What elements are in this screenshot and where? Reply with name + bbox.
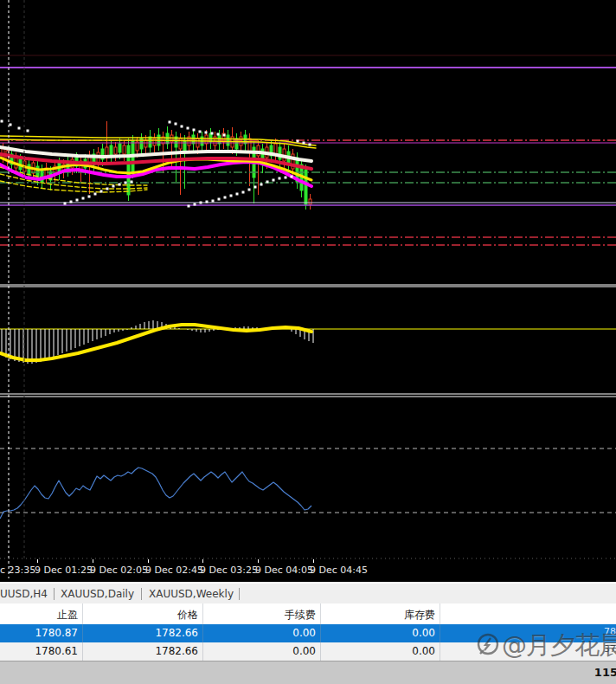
rsi-line xyxy=(0,468,311,519)
time-axis-tick xyxy=(258,559,259,563)
time-axis-tick xyxy=(313,559,314,563)
sar-dot xyxy=(1,120,3,123)
candle-body xyxy=(149,137,151,147)
sar-dot xyxy=(248,189,251,191)
sar-dot xyxy=(230,195,233,197)
column-header-price[interactable]: 价格 xyxy=(82,608,202,623)
cell-swap: 0.00 xyxy=(320,645,440,657)
candle-body xyxy=(183,140,186,151)
sar-dot xyxy=(266,181,269,184)
time-axis-tick xyxy=(37,559,38,563)
tab-separator xyxy=(239,588,240,600)
status-number: 115 xyxy=(594,666,616,679)
sar-dot xyxy=(218,198,221,201)
sar-dot xyxy=(260,184,263,186)
sar-dot xyxy=(70,201,73,203)
sar-dot xyxy=(175,123,177,126)
sar-dot xyxy=(212,200,215,203)
tab-xauusd-weekly[interactable]: XAUUSD,Weekly xyxy=(149,588,234,600)
candle-body xyxy=(153,139,156,145)
sar-dot xyxy=(18,127,21,130)
sar-dot xyxy=(10,124,12,126)
time-axis: c 23:35 9 Dec 01:25 9 Dec 02:05 9 Dec 02… xyxy=(0,559,616,582)
sar-dot xyxy=(297,140,299,143)
sar-dot xyxy=(88,196,91,198)
time-label: 9 Dec 03:25 xyxy=(200,565,258,576)
candle-body xyxy=(123,145,125,154)
sar-dot xyxy=(273,179,275,182)
cell-swap: 0.00 xyxy=(320,627,440,639)
sar-dot xyxy=(193,129,196,132)
sar-dot xyxy=(199,131,202,133)
sar-dot xyxy=(27,130,29,132)
sar-dot xyxy=(131,181,133,184)
sar-dot xyxy=(125,182,127,184)
sar-dot xyxy=(224,197,227,199)
candle-body xyxy=(309,199,311,204)
cell-take-profit: 1780.61 xyxy=(0,645,82,657)
trading-terminal-window: c 23:35 9 Dec 01:25 9 Dec 02:05 9 Dec 02… xyxy=(0,0,616,684)
sar-dot xyxy=(254,186,257,189)
time-label: c 23:35 xyxy=(0,565,35,576)
candle-body xyxy=(166,133,169,144)
tab-separator xyxy=(141,588,142,600)
time-axis-tick xyxy=(148,559,149,563)
candle-body xyxy=(144,140,147,147)
cell-commission: 0.00 xyxy=(202,627,320,639)
sar-dot xyxy=(106,188,109,190)
sar-dot xyxy=(119,184,121,186)
candle-body xyxy=(305,170,307,204)
sar-dot xyxy=(303,142,305,145)
sar-dot xyxy=(187,127,189,130)
column-separator xyxy=(440,603,440,661)
sar-dot xyxy=(181,126,183,128)
candle-body xyxy=(127,145,130,195)
time-axis-tick xyxy=(93,559,93,563)
tab-xauusd-daily[interactable]: XAUUSD,Daily xyxy=(61,588,134,600)
watermark-text: @月夕花晨 xyxy=(502,628,616,662)
orders-table-header: 止盈 价格 手续费 库存费 xyxy=(0,603,616,624)
column-header-take-profit[interactable]: 止盈 xyxy=(0,608,82,623)
sar-dot xyxy=(188,205,190,208)
tab-xauusd-h4[interactable]: UUSD,H4 xyxy=(0,588,48,600)
column-separator xyxy=(82,603,83,661)
time-label: 9 Dec 01:25 xyxy=(35,565,93,576)
time-label: 9 Dec 04:05 xyxy=(255,565,313,576)
column-header-swap[interactable]: 库存费 xyxy=(320,608,440,623)
chart-tab-bar: UUSD,H4 XAUUSD,Daily XAUUSD,Weekly xyxy=(0,582,616,603)
status-bar: 115 xyxy=(0,661,616,684)
time-label: 9 Dec 02:45 xyxy=(145,565,203,576)
sar-dot xyxy=(205,132,208,134)
sar-dot xyxy=(194,203,196,206)
sar-dot xyxy=(279,177,281,180)
watermark: @月夕花晨 xyxy=(475,628,616,662)
sar-dot xyxy=(285,177,287,179)
time-label: 9 Dec 04:45 xyxy=(310,565,368,576)
sar-dot xyxy=(206,201,209,203)
cell-price: 1782.66 xyxy=(82,645,202,657)
sar-dot xyxy=(112,185,115,188)
column-separator xyxy=(320,603,321,661)
sar-dot xyxy=(242,191,245,194)
sar-dot xyxy=(94,193,97,196)
macd-signal-line xyxy=(0,325,311,360)
chart-area[interactable] xyxy=(0,0,616,582)
candle-body xyxy=(114,147,117,154)
tab-separator xyxy=(54,588,55,600)
sar-dot xyxy=(169,121,171,124)
cell-price: 1782.66 xyxy=(82,627,202,639)
watermark-logo-icon xyxy=(475,632,501,658)
candle-body xyxy=(119,144,121,152)
candle-body xyxy=(227,135,229,145)
candle-body xyxy=(110,145,112,156)
candle-body xyxy=(28,165,30,175)
sar-dot xyxy=(236,193,239,196)
column-header-commission[interactable]: 手续费 xyxy=(202,608,320,623)
sar-dot xyxy=(100,190,103,193)
time-axis-tick xyxy=(202,559,203,563)
sar-dot xyxy=(309,144,311,146)
sar-dot xyxy=(82,197,85,200)
sar-dot xyxy=(291,176,293,178)
sar-dot xyxy=(223,134,226,137)
cell-take-profit: 1780.87 xyxy=(0,627,82,639)
